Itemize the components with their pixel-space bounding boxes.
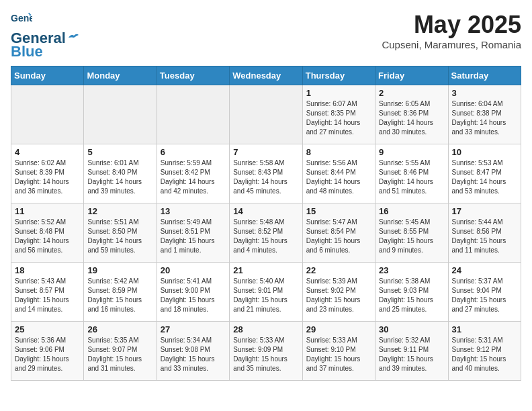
calendar-header-row: SundayMondayTuesdayWednesdayThursdayFrid… [11, 66, 521, 85]
day-info: Sunrise: 6:01 AM Sunset: 8:40 PM Dayligh… [87, 158, 152, 196]
day-info: Sunrise: 5:33 AM Sunset: 9:09 PM Dayligh… [233, 336, 298, 373]
day-info: Sunrise: 5:39 AM Sunset: 9:02 PM Dayligh… [306, 277, 371, 314]
day-info: Sunrise: 5:36 AM Sunset: 9:06 PM Dayligh… [15, 336, 80, 373]
calendar-cell: 15Sunrise: 5:47 AM Sunset: 8:54 PM Dayli… [302, 203, 375, 263]
calendar-cell: 12Sunrise: 5:51 AM Sunset: 8:50 PM Dayli… [84, 203, 157, 263]
header-monday: Monday [84, 66, 157, 85]
day-info: Sunrise: 5:53 AM Sunset: 8:47 PM Dayligh… [452, 158, 517, 196]
calendar-cell: 11Sunrise: 5:52 AM Sunset: 8:48 PM Dayli… [11, 203, 84, 263]
calendar-cell: 4Sunrise: 6:02 AM Sunset: 8:39 PM Daylig… [11, 144, 84, 203]
calendar-cell: 19Sunrise: 5:42 AM Sunset: 8:59 PM Dayli… [84, 263, 157, 322]
day-number: 21 [233, 265, 298, 275]
calendar-cell: 26Sunrise: 5:35 AM Sunset: 9:07 PM Dayli… [84, 322, 157, 381]
calendar-cell: 25Sunrise: 5:36 AM Sunset: 9:06 PM Dayli… [11, 322, 84, 381]
day-number: 12 [87, 206, 152, 216]
calendar-table: SundayMondayTuesdayWednesdayThursdayFrid… [11, 66, 521, 381]
header-thursday: Thursday [302, 66, 375, 85]
day-info: Sunrise: 5:32 AM Sunset: 9:11 PM Dayligh… [379, 336, 444, 373]
header-wednesday: Wednesday [230, 66, 302, 85]
calendar-cell: 27Sunrise: 5:34 AM Sunset: 9:08 PM Dayli… [157, 322, 229, 381]
day-number: 9 [379, 147, 444, 157]
day-info: Sunrise: 5:58 AM Sunset: 8:43 PM Dayligh… [233, 158, 298, 196]
calendar-cell: 30Sunrise: 5:32 AM Sunset: 9:11 PM Dayli… [375, 322, 448, 381]
day-info: Sunrise: 6:02 AM Sunset: 8:39 PM Dayligh… [15, 158, 80, 196]
day-info: Sunrise: 5:35 AM Sunset: 9:07 PM Dayligh… [87, 336, 152, 373]
calendar-cell: 7Sunrise: 5:58 AM Sunset: 8:43 PM Daylig… [230, 144, 302, 203]
day-number: 26 [87, 324, 152, 334]
calendar-cell: 1Sunrise: 6:07 AM Sunset: 8:35 PM Daylig… [302, 85, 375, 144]
day-info: Sunrise: 5:47 AM Sunset: 8:54 PM Dayligh… [306, 218, 371, 255]
logo-blue: Blue [11, 43, 43, 60]
day-number: 11 [15, 206, 80, 216]
day-number: 1 [306, 88, 371, 98]
day-info: Sunrise: 5:44 AM Sunset: 8:56 PM Dayligh… [452, 218, 517, 255]
calendar-week-2: 4Sunrise: 6:02 AM Sunset: 8:39 PM Daylig… [11, 144, 521, 203]
day-number: 31 [452, 324, 517, 334]
calendar-cell: 3Sunrise: 6:04 AM Sunset: 8:38 PM Daylig… [448, 85, 521, 144]
day-info: Sunrise: 5:48 AM Sunset: 8:52 PM Dayligh… [233, 218, 298, 255]
day-number: 20 [161, 265, 226, 275]
calendar-cell: 2Sunrise: 6:05 AM Sunset: 8:36 PM Daylig… [375, 85, 448, 144]
logo: General General Blue [11, 11, 79, 60]
day-info: Sunrise: 5:34 AM Sunset: 9:08 PM Dayligh… [161, 336, 226, 373]
day-info: Sunrise: 6:05 AM Sunset: 8:36 PM Dayligh… [379, 99, 444, 137]
day-info: Sunrise: 5:43 AM Sunset: 8:57 PM Dayligh… [15, 277, 80, 314]
calendar-cell: 21Sunrise: 5:40 AM Sunset: 9:01 PM Dayli… [230, 263, 302, 322]
day-info: Sunrise: 5:42 AM Sunset: 8:59 PM Dayligh… [87, 277, 152, 314]
day-number: 25 [15, 324, 80, 334]
calendar-cell [157, 85, 229, 144]
day-info: Sunrise: 5:51 AM Sunset: 8:50 PM Dayligh… [87, 218, 152, 255]
day-number: 7 [233, 147, 298, 157]
calendar-cell: 20Sunrise: 5:41 AM Sunset: 9:00 PM Dayli… [157, 263, 229, 322]
calendar-week-4: 18Sunrise: 5:43 AM Sunset: 8:57 PM Dayli… [11, 263, 521, 322]
header-tuesday: Tuesday [157, 66, 229, 85]
calendar-cell: 13Sunrise: 5:49 AM Sunset: 8:51 PM Dayli… [157, 203, 229, 263]
calendar-cell [11, 85, 84, 144]
calendar-cell [230, 85, 302, 144]
day-info: Sunrise: 5:59 AM Sunset: 8:42 PM Dayligh… [161, 158, 226, 196]
day-info: Sunrise: 5:37 AM Sunset: 9:04 PM Dayligh… [452, 277, 517, 314]
calendar-week-3: 11Sunrise: 5:52 AM Sunset: 8:48 PM Dayli… [11, 203, 521, 263]
month-title: May 2025 [382, 11, 521, 39]
calendar-cell [84, 85, 157, 144]
calendar-cell: 14Sunrise: 5:48 AM Sunset: 8:52 PM Dayli… [230, 203, 302, 263]
day-info: Sunrise: 5:40 AM Sunset: 9:01 PM Dayligh… [233, 277, 298, 314]
day-info: Sunrise: 5:55 AM Sunset: 8:46 PM Dayligh… [379, 158, 444, 196]
day-number: 16 [379, 206, 444, 216]
day-number: 10 [452, 147, 517, 157]
logo-bird-icon [67, 32, 79, 43]
day-number: 22 [306, 265, 371, 275]
day-number: 27 [161, 324, 226, 334]
day-info: Sunrise: 6:04 AM Sunset: 8:38 PM Dayligh… [452, 99, 517, 137]
calendar-cell: 28Sunrise: 5:33 AM Sunset: 9:09 PM Dayli… [230, 322, 302, 381]
day-number: 5 [87, 147, 152, 157]
day-number: 14 [233, 206, 298, 216]
day-number: 19 [87, 265, 152, 275]
calendar-cell: 10Sunrise: 5:53 AM Sunset: 8:47 PM Dayli… [448, 144, 521, 203]
day-number: 8 [306, 147, 371, 157]
day-number: 24 [452, 265, 517, 275]
header-sunday: Sunday [11, 66, 84, 85]
page-header: General General Blue May 2025 Cupseni, M… [11, 11, 521, 60]
day-info: Sunrise: 6:07 AM Sunset: 8:35 PM Dayligh… [306, 99, 371, 137]
calendar-cell: 9Sunrise: 5:55 AM Sunset: 8:46 PM Daylig… [375, 144, 448, 203]
day-info: Sunrise: 5:56 AM Sunset: 8:44 PM Dayligh… [306, 158, 371, 196]
day-info: Sunrise: 5:33 AM Sunset: 9:10 PM Dayligh… [306, 336, 371, 373]
calendar-cell: 5Sunrise: 6:01 AM Sunset: 8:40 PM Daylig… [84, 144, 157, 203]
header-saturday: Saturday [448, 66, 521, 85]
day-number: 23 [379, 265, 444, 275]
day-info: Sunrise: 5:45 AM Sunset: 8:55 PM Dayligh… [379, 218, 444, 255]
day-info: Sunrise: 5:38 AM Sunset: 9:03 PM Dayligh… [379, 277, 444, 314]
day-number: 29 [306, 324, 371, 334]
calendar-cell: 29Sunrise: 5:33 AM Sunset: 9:10 PM Dayli… [302, 322, 375, 381]
calendar-cell: 6Sunrise: 5:59 AM Sunset: 8:42 PM Daylig… [157, 144, 229, 203]
day-number: 15 [306, 206, 371, 216]
day-number: 2 [379, 88, 444, 98]
location-subtitle: Cupseni, Maramures, Romania [382, 39, 521, 50]
header-friday: Friday [375, 66, 448, 85]
day-number: 28 [233, 324, 298, 334]
day-number: 17 [452, 206, 517, 216]
calendar-cell: 24Sunrise: 5:37 AM Sunset: 9:04 PM Dayli… [448, 263, 521, 322]
calendar-cell: 31Sunrise: 5:31 AM Sunset: 9:12 PM Dayli… [448, 322, 521, 381]
day-number: 13 [161, 206, 226, 216]
